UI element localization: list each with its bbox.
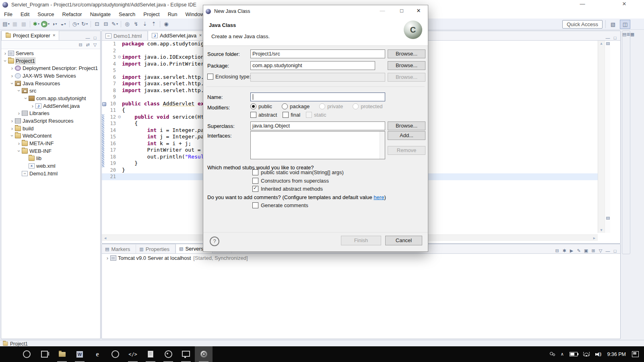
toolbar-separator[interactable] — [121, 21, 121, 27]
annotation-mark[interactable] — [606, 42, 610, 45]
tree-item-project1[interactable]: Project1 — [1, 57, 100, 65]
open-type-icon[interactable]: ⊡ — [93, 20, 101, 28]
minimize-panel-icon[interactable]: — — [84, 35, 91, 40]
window-close-button[interactable]: ✕ — [618, 1, 630, 7]
checkbox-icon[interactable] — [306, 112, 312, 118]
open-perspective-icon[interactable]: ▧ — [608, 20, 618, 29]
minimize-editor-icon[interactable]: — — [604, 35, 611, 40]
coverage-icon[interactable]: ◑ — [50, 20, 59, 28]
menu-item[interactable]: Refactor — [58, 10, 86, 18]
eclipse-button[interactable] — [195, 346, 213, 362]
tree-item-demo1-html[interactable]: Demo1.html — [1, 170, 100, 177]
collapse-all-icon[interactable]: ⊟ — [553, 248, 561, 253]
save-all-icon[interactable]: ▩ — [19, 20, 28, 28]
fast-view-2-icon[interactable]: ≣ — [626, 32, 630, 37]
fold-icon[interactable] — [117, 173, 122, 180]
tree-expander-icon[interactable] — [17, 148, 21, 154]
stub-main-checkbox[interactable]: public static void main(String[] args) — [252, 169, 344, 175]
tree-expander-icon[interactable] — [23, 95, 28, 101]
stub-constructors-checkbox[interactable]: Constructors from superclass — [252, 178, 329, 184]
debug-server-icon[interactable]: ✱ — [561, 248, 568, 253]
link-with-editor-icon[interactable]: ⇄ — [84, 42, 91, 47]
view-menu-icon[interactable]: ▽ — [597, 248, 604, 253]
close-tab-icon[interactable]: ✕ — [52, 33, 56, 37]
tray-expand-icon[interactable]: ∧ — [561, 352, 564, 357]
checkbox-icon[interactable] — [250, 112, 256, 118]
action-center-icon[interactable] — [632, 351, 639, 357]
radio-icon[interactable] — [319, 103, 325, 109]
tree-item-jaxws-web-services[interactable]: JAX-WS Web Services — [1, 72, 100, 80]
superclass-browse-button[interactable]: Browse... — [388, 121, 425, 130]
menu-item[interactable]: Navigate — [86, 10, 115, 18]
maximize-panel-icon[interactable]: □ — [91, 35, 99, 40]
javaee-perspective-icon[interactable]: ◫ — [620, 20, 630, 29]
modifier-private-radio[interactable]: private — [319, 103, 343, 109]
maximize-panel-icon[interactable]: □ — [611, 249, 619, 253]
toolbar-separator[interactable] — [160, 21, 160, 27]
tree-expander-icon[interactable] — [10, 133, 14, 139]
vscode-button[interactable]: </> — [124, 346, 142, 362]
search-button[interactable] — [18, 346, 35, 362]
fast-view-3-icon[interactable]: ▦ — [630, 32, 634, 37]
word-button[interactable]: W — [71, 346, 89, 362]
debug-icon[interactable]: ✱ — [32, 20, 41, 28]
external-tools-icon[interactable]: ◷ — [71, 20, 80, 28]
notepad-button[interactable] — [142, 346, 159, 362]
web-browser-icon[interactable]: ◉ — [162, 20, 171, 28]
modifier-abstract-checkbox[interactable]: abstract — [250, 112, 277, 118]
checkbox-icon[interactable] — [252, 186, 258, 192]
mark-occurrences-icon[interactable]: ✎ — [110, 20, 119, 28]
tree-item-src[interactable]: src — [1, 87, 100, 95]
fold-icon[interactable] — [117, 61, 122, 68]
tree-item-build[interactable]: build — [1, 125, 100, 132]
stub-inherited-checkbox[interactable]: Inherited abstract methods — [252, 186, 323, 192]
fold-icon[interactable] — [117, 134, 122, 140]
tree-expander-icon[interactable] — [105, 255, 110, 261]
tree-expander-icon[interactable] — [10, 118, 14, 124]
dialog-minimize-button[interactable]: — — [376, 5, 389, 16]
tree-item-webcontent[interactable]: WebContent — [1, 132, 100, 140]
interfaces-list[interactable] — [250, 131, 385, 159]
toolbar-separator[interactable] — [91, 21, 91, 27]
file-explorer-button[interactable] — [53, 346, 71, 362]
tree-item-lib[interactable]: lib — [1, 155, 100, 162]
menu-item[interactable]: Project — [139, 10, 163, 18]
fold-icon[interactable] — [117, 147, 122, 154]
menu-item[interactable]: Run — [164, 10, 182, 18]
generate-comments-checkbox[interactable]: Generate comments — [252, 202, 308, 208]
package-browse-button[interactable]: Browse... — [388, 61, 425, 70]
quick-access-input[interactable]: Quick Access — [562, 20, 603, 29]
server-row[interactable]: Tomcat v9.0 Server at localhost [Started… — [102, 254, 620, 262]
tree-expander-icon[interactable] — [30, 103, 35, 109]
editor-vertical-scrollbar[interactable]: ▲ ▼ — [598, 41, 605, 233]
profile-server-icon[interactable]: ✎ — [575, 248, 582, 253]
fold-icon[interactable] — [117, 160, 122, 167]
radio-icon[interactable] — [353, 103, 359, 109]
name-field[interactable] — [250, 93, 385, 101]
firefox-button[interactable] — [106, 346, 124, 362]
tree-item-web-xml[interactable]: web.xml — [1, 162, 100, 170]
save-icon[interactable]: ▦ — [10, 20, 19, 28]
tree-item-package[interactable]: com.app.studytonight — [1, 95, 100, 102]
fold-icon[interactable] — [117, 87, 122, 94]
tree-item-java-resources[interactable]: Java Resources — [1, 80, 100, 87]
start-server-icon[interactable]: ▶ — [568, 248, 575, 253]
tree-item-libraries[interactable]: Libraries — [1, 110, 100, 117]
maximize-editor-icon[interactable]: □ — [611, 35, 619, 40]
search-icon[interactable]: ◎ — [123, 20, 132, 28]
tree-expander-icon[interactable] — [17, 140, 21, 146]
tree-expander-icon[interactable] — [10, 80, 14, 86]
tree-expander-icon[interactable] — [17, 110, 21, 116]
configure-templates-link[interactable]: here — [374, 194, 384, 200]
fold-icon[interactable] — [117, 140, 122, 147]
tree-expander-icon[interactable] — [10, 125, 14, 132]
dialog-close-button[interactable]: ✕ — [412, 5, 425, 16]
fold-icon[interactable] — [117, 74, 122, 81]
last-edit-icon[interactable]: ↯ — [132, 20, 140, 28]
source-folder-browse-button[interactable]: Browse... — [388, 49, 425, 58]
fold-icon[interactable] — [117, 107, 122, 114]
scroll-up-icon[interactable]: ▲ — [598, 41, 605, 45]
fold-icon[interactable] — [117, 167, 122, 174]
fold-icon[interactable] — [117, 54, 122, 61]
publish-icon[interactable]: ⊞ — [590, 248, 597, 253]
